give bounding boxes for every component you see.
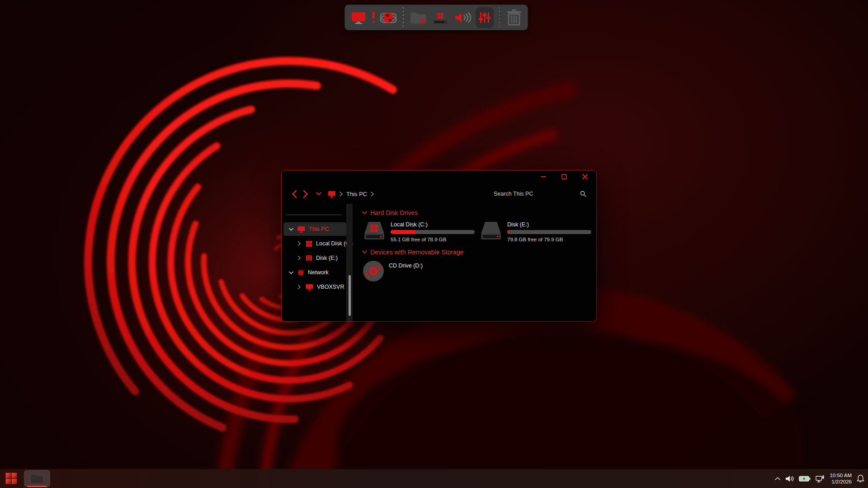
recent-locations-button[interactable] (314, 192, 323, 196)
hard-drive-icon (362, 221, 387, 242)
disk-icon (306, 255, 312, 262)
speaker-icon (785, 475, 794, 482)
drive-tile-disk-e[interactable]: Disk (E:) 79.8 GB free of 79.9 GB (479, 221, 595, 242)
sidebar-item-label: Network (308, 269, 329, 276)
back-button[interactable] (288, 188, 300, 200)
show-hidden-icons-button[interactable] (775, 477, 780, 480)
drive-free-space: 79.8 GB free of 79.9 GB (507, 237, 591, 242)
hard-drive-icon (479, 221, 503, 242)
alert-badge-icon (372, 12, 375, 23)
expander-down-icon[interactable] (288, 228, 294, 231)
dock-recycle-bin-button[interactable] (505, 7, 523, 28)
battery-tray-button[interactable] (799, 475, 811, 482)
expander-right-icon[interactable] (296, 241, 302, 246)
navigation-toolbar: This PC Search This PC (282, 184, 596, 204)
drive-free-space: 55.1 GB free of 78.9 GB (391, 237, 475, 242)
file-explorer-window: This PC Search This PC (281, 170, 597, 322)
drive-tile-local-disk-c[interactable]: Local Disk (C:) 55.1 GB free of 78.9 GB (362, 221, 479, 242)
dock-folder-button[interactable] (409, 7, 427, 28)
dock-separator (499, 7, 500, 28)
section-collapse-icon (362, 211, 367, 215)
volume-tray-button[interactable] (785, 475, 794, 482)
capacity-bar (507, 230, 591, 234)
navigation-pane: This PC Local Disk (C:) (282, 204, 346, 321)
maximize-icon (561, 174, 567, 179)
battery-charging-icon (799, 475, 811, 482)
section-header-removable-storage[interactable]: Devices with Removable Storage (362, 249, 596, 256)
dock-display-button[interactable] (349, 7, 368, 28)
forward-icon (303, 190, 309, 198)
network-tray-button[interactable] (816, 475, 825, 483)
search-input[interactable]: Search This PC (494, 191, 586, 197)
dock-volume-button[interactable] (453, 7, 472, 28)
back-icon (291, 190, 297, 198)
this-pc-icon (328, 190, 336, 198)
start-button[interactable] (3, 470, 20, 487)
ethernet-icon (816, 475, 825, 483)
hard-disk-icon (431, 9, 449, 26)
sidebar-item-label: VBOXSVR (317, 284, 344, 290)
breadcrumb: This PC (328, 190, 374, 198)
section-header-hard-disk-drives[interactable]: Hard Disk Drives (362, 209, 596, 216)
file-explorer-icon (30, 473, 44, 484)
section-title: Hard Disk Drives (370, 209, 418, 216)
minimize-icon (541, 174, 546, 179)
forward-button[interactable] (300, 188, 311, 200)
bell-icon (857, 474, 864, 483)
sidebar-item-this-pc[interactable]: This PC (283, 222, 346, 236)
scrollbar-thumb[interactable] (349, 275, 351, 316)
volume-icon (453, 10, 472, 25)
desktop: This PC Search This PC (0, 0, 868, 488)
monitor-icon (297, 226, 305, 233)
dock-disk-button[interactable] (431, 7, 449, 28)
active-app-indicator (27, 486, 47, 487)
windows-drive-icon (306, 240, 312, 247)
dock-mixer-button[interactable] (476, 7, 494, 28)
taskbar: 10:50 AM 1/2/2026 (0, 469, 868, 488)
minimize-button[interactable] (536, 171, 551, 182)
breadcrumb-separator-icon (371, 192, 374, 197)
taskbar-clock[interactable]: 10:50 AM 1/2/2026 (830, 472, 852, 485)
trash-icon (505, 9, 523, 27)
capacity-bar-fill (391, 230, 416, 234)
taskbar-file-explorer-button[interactable] (24, 470, 50, 487)
sidebar-item-disk-e[interactable]: Disk (E:) (283, 251, 346, 265)
close-button[interactable] (577, 171, 593, 182)
sidebar-item-vboxsvr[interactable]: VBOXSVR (283, 280, 346, 294)
dock-separator (403, 7, 404, 28)
sidebar-item-network[interactable]: Network (283, 266, 346, 279)
sidebar-item-local-disk-c[interactable]: Local Disk (C:) (283, 237, 346, 250)
mixer-sliders-icon (478, 11, 491, 24)
folder-view: Hard Disk Drives (353, 204, 596, 321)
dock-network-globe-button[interactable] (379, 7, 397, 28)
clock-date: 1/2/2026 (830, 479, 852, 485)
explorer-content: This PC Local Disk (C:) (282, 204, 596, 321)
display-icon (351, 11, 366, 24)
expander-right-icon[interactable] (296, 256, 302, 260)
maximize-button[interactable] (557, 171, 572, 182)
capacity-bar (391, 230, 475, 234)
breadcrumb-separator-icon (340, 192, 343, 197)
drive-tile-cd-d[interactable]: CD Drive (D:) (362, 260, 596, 282)
search-icon (580, 191, 586, 197)
breadcrumb-this-pc[interactable]: This PC (346, 191, 367, 197)
monitor-icon (306, 284, 313, 291)
chevron-down-icon (316, 192, 321, 196)
clock-time: 10:50 AM (830, 472, 852, 479)
expander-right-icon[interactable] (296, 285, 302, 289)
notifications-button[interactable] (857, 474, 864, 483)
expander-down-icon[interactable] (288, 271, 294, 274)
drive-label: CD Drive (D:) (389, 260, 423, 282)
globe-icon (379, 9, 397, 26)
close-icon (582, 174, 588, 179)
sidebar-scrollbar[interactable] (346, 204, 353, 321)
capacity-bar-fill (507, 230, 509, 234)
section-collapse-icon (362, 250, 367, 254)
sidebar-item-label: Disk (E:) (316, 255, 338, 261)
folder-icon (409, 10, 427, 25)
titlebar[interactable] (282, 170, 596, 184)
sidebar-divider (286, 215, 342, 215)
top-dock (344, 5, 528, 30)
drive-label: Local Disk (C:) (391, 221, 475, 228)
search-placeholder: Search This PC (494, 191, 533, 197)
